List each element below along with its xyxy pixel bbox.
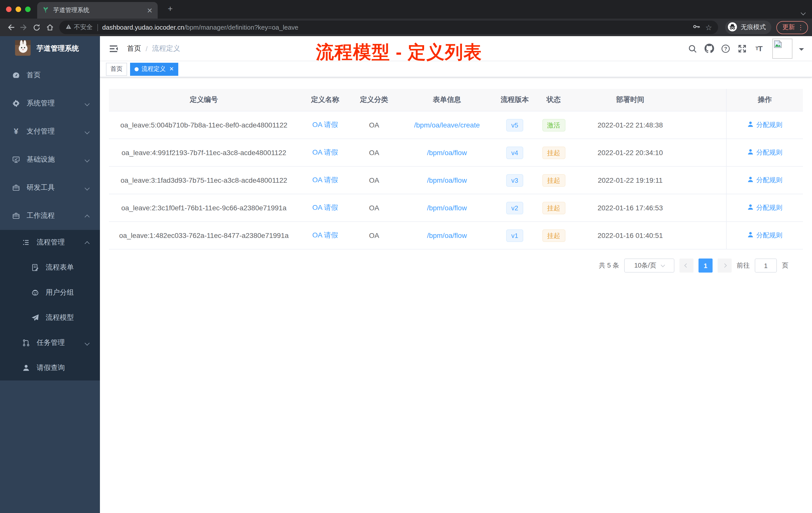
assign-rule-button[interactable]: 分配规则 xyxy=(747,176,782,185)
sidebar-item-home[interactable]: 首页 xyxy=(0,61,100,89)
table-row: oa_leave:1:482ec033-762a-11ec-8477-a2380… xyxy=(109,222,803,249)
sidebar-item-label: 用户分组 xyxy=(46,288,100,297)
sidebar-item-payment-management[interactable]: ¥ 支付管理 xyxy=(0,117,100,146)
page-size-value: 10条/页 xyxy=(634,261,656,270)
update-label[interactable]: 更新 xyxy=(782,23,795,32)
form-link[interactable]: /bpm/oa/flow xyxy=(427,176,467,184)
status-badge: 挂起 xyxy=(542,229,565,242)
incognito-label: 无痕模式 xyxy=(741,23,766,32)
close-window-button[interactable] xyxy=(6,6,11,12)
sidebar-item-leave-query[interactable]: 请假查询 xyxy=(0,355,100,381)
security-warning-icon[interactable] xyxy=(65,24,72,31)
main-content: 定义编号定义名称定义分类表单信息流程版本状态部署时间操作 oa_leave:5:… xyxy=(100,77,812,273)
definition-id: oa_leave:3:1fad3d93-7b75-11ec-a3c8-acde4… xyxy=(120,176,287,184)
sidebar-item-infrastructure[interactable]: 基础设施 xyxy=(0,146,100,174)
form-link[interactable]: /bpm/oa/flow xyxy=(427,149,467,157)
version-badge: v5 xyxy=(506,119,523,131)
page-size-select[interactable]: 10条/页 xyxy=(624,259,674,273)
assign-rule-label: 分配规则 xyxy=(756,120,782,129)
gear-icon xyxy=(12,99,20,108)
page-unit-label: 页 xyxy=(782,261,788,270)
sidebar-item-process-management[interactable]: 流程管理 xyxy=(0,230,100,255)
page-1-button[interactable]: 1 xyxy=(698,259,713,273)
sidebar-item-label: 请假查询 xyxy=(37,363,100,372)
back-button[interactable] xyxy=(4,21,17,34)
font-size-icon[interactable]: TT xyxy=(754,43,764,54)
definition-name-link[interactable]: OA 请假 xyxy=(312,203,338,212)
user-icon xyxy=(747,176,754,184)
tab-search-chevron-icon[interactable] xyxy=(802,7,805,17)
goto-page-input[interactable] xyxy=(755,259,777,273)
definition-name-link[interactable]: OA 请假 xyxy=(312,231,338,240)
column-header-category: 定义分类 xyxy=(351,89,397,111)
security-label[interactable]: 不安全 xyxy=(74,23,93,32)
definition-table: 定义编号定义名称定义分类表单信息流程版本状态部署时间操作 oa_leave:5:… xyxy=(109,89,803,249)
form-link[interactable]: /bpm/oa/leave/create xyxy=(414,121,480,129)
tag-home[interactable]: 首页 xyxy=(106,62,127,76)
address-bar[interactable]: 不安全 dashboard.yudao.iocoder.cn /bpm/mana… xyxy=(59,21,718,34)
browser-menu-icon[interactable]: ⋮ xyxy=(798,24,804,31)
form-icon xyxy=(31,264,39,272)
definition-category: OA xyxy=(369,176,379,184)
form-link[interactable]: /bpm/oa/flow xyxy=(427,232,467,239)
sidebar-item-user-group[interactable]: 用户分组 xyxy=(0,280,100,305)
sidebar-item-workflow[interactable]: 工作流程 xyxy=(0,202,100,230)
svg-text:?: ? xyxy=(724,46,727,51)
incognito-badge: 无痕模式 xyxy=(725,21,771,34)
assign-rule-button[interactable]: 分配规则 xyxy=(747,203,782,212)
avatar-dropdown-caret-icon[interactable] xyxy=(799,48,804,53)
breadcrumb-home[interactable]: 首页 xyxy=(127,44,141,53)
definition-category: OA xyxy=(369,232,379,239)
search-icon[interactable] xyxy=(688,43,697,54)
assign-rule-button[interactable]: 分配规则 xyxy=(747,120,782,129)
bookmark-star-icon[interactable]: ☆ xyxy=(705,24,712,31)
next-page-button[interactable] xyxy=(718,259,732,273)
forward-button[interactable] xyxy=(17,21,30,34)
reload-button[interactable] xyxy=(30,21,43,34)
monitor-icon xyxy=(12,156,20,163)
maximize-window-button[interactable] xyxy=(25,6,31,12)
definition-name-link[interactable]: OA 请假 xyxy=(312,148,338,157)
assign-rule-button[interactable]: 分配规则 xyxy=(747,231,782,240)
definition-name-link[interactable]: OA 请假 xyxy=(312,120,338,129)
sidebar: 芋道管理系统 首页 系统管理 ¥ 支付管理 基础设施 研发工具 工作流程 流程管… xyxy=(0,36,100,513)
github-icon[interactable] xyxy=(704,43,714,54)
prev-page-button[interactable] xyxy=(679,259,694,273)
minimize-window-button[interactable] xyxy=(16,6,21,12)
window-controls[interactable] xyxy=(6,6,31,12)
sidebar-item-system-management[interactable]: 系统管理 xyxy=(0,89,100,117)
status-badge: 挂起 xyxy=(542,146,565,159)
version-badge: v4 xyxy=(506,146,523,159)
sidebar-item-label: 流程表单 xyxy=(46,263,100,272)
filler-cell xyxy=(686,194,726,221)
tag-close-icon[interactable]: ✕ xyxy=(169,66,174,72)
user-icon xyxy=(22,364,30,372)
status-badge: 挂起 xyxy=(542,174,565,186)
sidebar-item-dev-tools[interactable]: 研发工具 xyxy=(0,174,100,202)
new-tab-button[interactable]: + xyxy=(165,3,176,14)
toolbox-icon xyxy=(12,212,20,220)
avatar[interactable] xyxy=(772,38,792,58)
sidebar-item-label: 首页 xyxy=(27,71,100,80)
tag-process-definition[interactable]: 流程定义 ✕ xyxy=(130,62,178,76)
tab-close-icon[interactable]: ✕ xyxy=(147,7,153,14)
definition-id: oa_leave:1:482ec033-762a-11ec-8477-a2380… xyxy=(119,232,289,239)
column-header-id: 定义编号 xyxy=(109,89,299,111)
sidebar-item-process-form[interactable]: 流程表单 xyxy=(0,255,100,280)
definition-name-link[interactable]: OA 请假 xyxy=(312,176,338,185)
assign-rule-button[interactable]: 分配规则 xyxy=(747,148,782,157)
home-button[interactable] xyxy=(43,21,56,34)
definition-category: OA xyxy=(369,149,379,157)
sidebar-item-task-management[interactable]: 任务管理 xyxy=(0,330,100,355)
help-icon[interactable]: ? xyxy=(721,43,731,54)
sidebar-item-process-model[interactable]: 流程模型 xyxy=(0,305,100,330)
update-button[interactable]: 更新 ⋮ xyxy=(776,21,808,34)
hamburger-icon[interactable] xyxy=(109,43,119,54)
browser-tab[interactable]: 芋道管理系统 ✕ xyxy=(37,2,158,19)
browser-toolbar: 不安全 dashboard.yudao.iocoder.cn /bpm/mana… xyxy=(0,19,812,36)
password-key-icon[interactable] xyxy=(692,23,700,32)
form-link[interactable]: /bpm/oa/flow xyxy=(427,204,467,212)
fullscreen-icon[interactable] xyxy=(737,43,747,54)
deploy-time: 2022-01-22 19:19:11 xyxy=(598,176,663,184)
favicon-plant-icon xyxy=(42,6,49,15)
